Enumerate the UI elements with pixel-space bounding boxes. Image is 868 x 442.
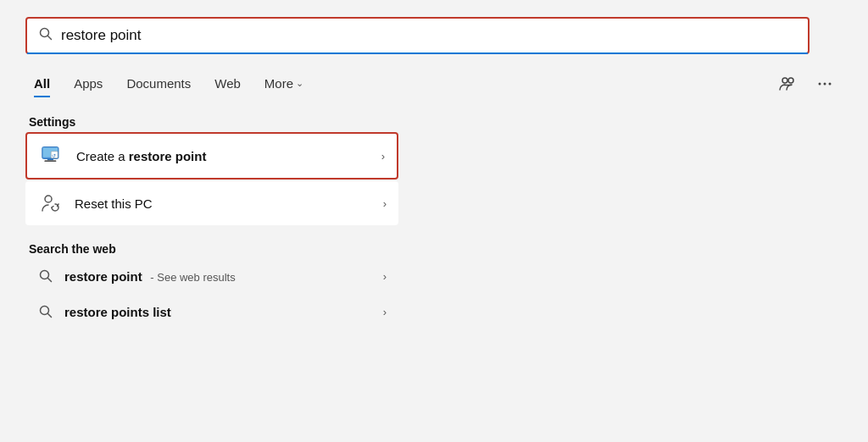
search-bar-container: restore point xyxy=(25,17,810,54)
chevron-down-icon: ⌄ xyxy=(296,78,303,89)
tab-apps[interactable]: Apps xyxy=(62,71,114,97)
svg-point-2 xyxy=(782,78,787,83)
reset-this-pc-text: Reset this PC xyxy=(75,196,376,211)
svg-rect-13 xyxy=(44,160,56,162)
reset-pc-icon xyxy=(37,190,64,217)
settings-section-heading: Settings xyxy=(25,115,843,129)
svg-text:↺: ↺ xyxy=(52,152,56,158)
monitor-icon: ↺ xyxy=(39,142,66,169)
tabs-row: All Apps Documents Web More ⌄ xyxy=(25,69,843,98)
web-restore-points-list-text: restore points list xyxy=(64,305,171,319)
search-input[interactable]: restore point xyxy=(61,27,796,44)
web-section: Search the web restore point - See web r… xyxy=(25,242,843,329)
svg-point-3 xyxy=(788,78,793,83)
web-restore-points-list-item[interactable]: restore points list › xyxy=(25,295,398,329)
svg-point-7 xyxy=(829,83,832,86)
svg-line-16 xyxy=(48,279,52,282)
svg-point-5 xyxy=(819,83,821,86)
web-section-heading: Search the web xyxy=(25,242,843,256)
svg-line-1 xyxy=(48,36,52,40)
svg-line-18 xyxy=(48,314,52,318)
search-icon xyxy=(39,27,53,44)
chevron-right-icon-4: › xyxy=(383,306,387,318)
chevron-right-icon-2: › xyxy=(383,197,387,210)
reset-this-pc-item[interactable]: Reset this PC › xyxy=(25,181,398,225)
main-container: restore point All Apps Documents Web Mor… xyxy=(0,0,868,442)
web-restore-point-item[interactable]: restore point - See web results › xyxy=(25,259,398,293)
tab-documents[interactable]: Documents xyxy=(114,71,203,97)
chevron-right-icon: › xyxy=(381,150,385,163)
web-restore-point-text: restore point - See web results xyxy=(64,269,236,284)
web-search-icon-1 xyxy=(37,268,54,285)
tab-web[interactable]: Web xyxy=(203,71,253,97)
create-restore-point-item[interactable]: ↺ Create a restore point › xyxy=(25,132,398,180)
web-search-icon-2 xyxy=(37,303,54,320)
tab-all[interactable]: All xyxy=(29,71,62,97)
more-options-button[interactable] xyxy=(810,69,839,98)
chevron-right-icon-3: › xyxy=(383,270,387,283)
tab-more[interactable]: More ⌄ xyxy=(253,71,315,97)
network-people-icon-button[interactable] xyxy=(773,69,802,98)
svg-point-6 xyxy=(824,83,826,86)
create-restore-point-text: Create a restore point xyxy=(76,149,375,163)
svg-rect-12 xyxy=(47,159,53,161)
tabs-right-actions xyxy=(773,69,843,98)
svg-point-14 xyxy=(45,196,52,202)
